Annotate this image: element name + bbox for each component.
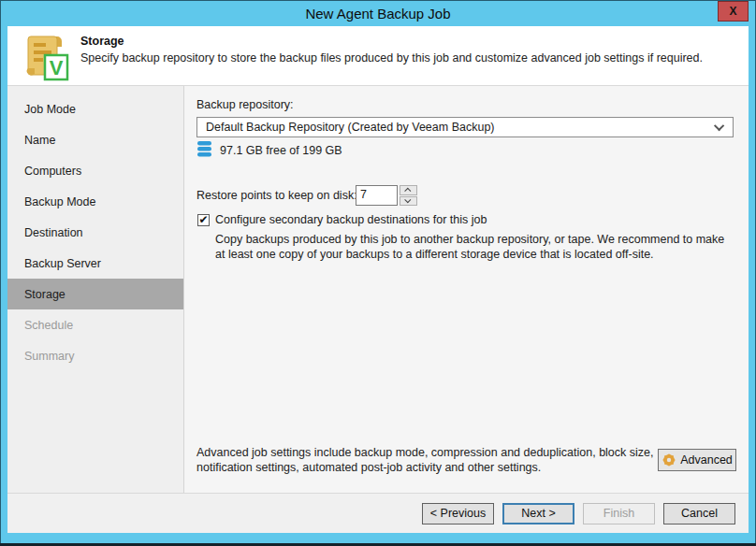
backup-repository-label: Backup repository: bbox=[196, 98, 294, 111]
restore-points-stepper bbox=[400, 185, 417, 206]
next-button[interactable]: Next > bbox=[502, 503, 574, 524]
sidebar-item-storage[interactable]: Storage bbox=[7, 279, 183, 309]
window-title: New Agent Backup Job bbox=[305, 6, 450, 22]
arrow-up-icon bbox=[404, 187, 411, 194]
advanced-button[interactable]: Advanced bbox=[658, 449, 736, 471]
wizard-body: Job Mode Name Computers Backup Mode Dest… bbox=[7, 86, 749, 493]
restore-points-input[interactable]: 7 bbox=[356, 185, 398, 206]
previous-button[interactable]: < Previous bbox=[422, 503, 494, 524]
advanced-button-label: Advanced bbox=[680, 453, 733, 467]
wizard-steps-sidebar: Job Mode Name Computers Backup Mode Dest… bbox=[7, 86, 184, 493]
backup-repository-dropdown[interactable]: Default Backup Repository (Created by Ve… bbox=[196, 117, 734, 137]
wizard-dialog: V Storage Specify backup repository to s… bbox=[7, 26, 749, 533]
step-description: Specify backup repository to store the b… bbox=[80, 51, 703, 65]
secondary-destinations-description: Copy backups produced by this job to ano… bbox=[215, 232, 735, 262]
sidebar-item-backup-mode[interactable]: Backup Mode bbox=[7, 186, 183, 217]
sidebar-item-schedule: Schedule bbox=[7, 309, 183, 340]
sidebar-item-name[interactable]: Name bbox=[7, 124, 183, 155]
close-button[interactable]: X bbox=[718, 1, 749, 22]
finish-button: Finish bbox=[583, 503, 655, 524]
secondary-destinations-label[interactable]: Configure secondary backup destinations … bbox=[215, 213, 487, 226]
checkmark-icon: ✔ bbox=[198, 214, 208, 225]
sidebar-item-summary: Summary bbox=[7, 340, 183, 371]
sidebar-item-destination[interactable]: Destination bbox=[7, 217, 183, 248]
disk-capacity-icon bbox=[197, 141, 211, 157]
free-space-text: 97.1 GB free of 199 GB bbox=[220, 144, 342, 157]
new-agent-backup-job-window: New Agent Backup Job X V Storage Specify… bbox=[0, 0, 756, 546]
restore-points-label: Restore points to keep on disk: bbox=[196, 189, 357, 202]
close-icon: X bbox=[729, 5, 736, 18]
wizard-footer: < Previous Next > Finish Cancel bbox=[7, 493, 749, 533]
cancel-button[interactable]: Cancel bbox=[663, 503, 735, 524]
stepper-down-button[interactable] bbox=[400, 196, 417, 207]
step-title: Storage bbox=[80, 35, 124, 48]
titlebar[interactable]: New Agent Backup Job bbox=[1, 1, 755, 26]
sidebar-item-computers[interactable]: Computers bbox=[7, 155, 183, 186]
stepper-up-button[interactable] bbox=[400, 185, 417, 195]
gear-icon bbox=[662, 453, 676, 467]
arrow-down-icon bbox=[404, 197, 411, 204]
advanced-settings-note: Advanced job settings include backup mod… bbox=[196, 445, 661, 475]
secondary-destinations-checkbox[interactable]: ✔ bbox=[197, 214, 210, 226]
step-header: V Storage Specify backup repository to s… bbox=[7, 26, 749, 86]
sidebar-item-backup-server[interactable]: Backup Server bbox=[7, 248, 183, 279]
storage-step-content: Backup repository: Default Backup Reposi… bbox=[184, 86, 749, 493]
veeam-scroll-icon: V bbox=[20, 31, 72, 83]
svg-text:V: V bbox=[50, 56, 64, 79]
sidebar-item-job-mode[interactable]: Job Mode bbox=[7, 93, 183, 124]
backup-repository-selected-value: Default Backup Repository (Created by Ve… bbox=[206, 121, 717, 134]
